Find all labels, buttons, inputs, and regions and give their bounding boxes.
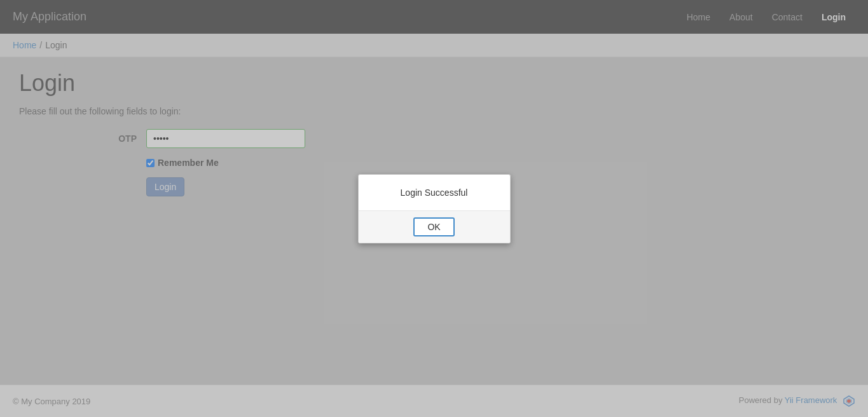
ok-button[interactable]: OK xyxy=(413,217,454,236)
modal-overlay: Login Successful OK xyxy=(0,0,868,417)
modal-dialog: Login Successful OK xyxy=(358,174,511,243)
modal-footer: OK xyxy=(359,211,510,243)
modal-message: Login Successful xyxy=(401,188,468,198)
modal-body: Login Successful xyxy=(359,175,510,211)
